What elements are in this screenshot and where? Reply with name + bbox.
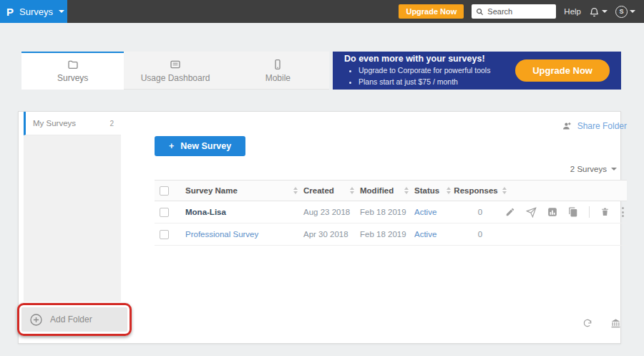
restore-icon[interactable] bbox=[582, 318, 593, 329]
column-header-responses[interactable]: Responses bbox=[455, 186, 505, 195]
table-header-row: Survey Name Created Modified Status Resp… bbox=[155, 181, 627, 201]
column-header-modified[interactable]: Modified bbox=[360, 186, 414, 195]
column-header-status[interactable]: Status bbox=[414, 186, 455, 195]
tab-label: Usage Dashboard bbox=[141, 73, 210, 83]
created-cell: Aug 23 2018 bbox=[303, 208, 360, 216]
survey-count-label: 2 Surveys bbox=[570, 165, 607, 173]
modified-date: Feb 18 2019 bbox=[360, 208, 406, 216]
responses-count: 0 bbox=[478, 208, 482, 216]
survey-name-link[interactable]: Mona-Lisa bbox=[185, 208, 226, 216]
share-folder-row: Share Folder bbox=[155, 112, 627, 136]
edit-icon[interactable] bbox=[505, 207, 515, 217]
plus-icon: + bbox=[169, 141, 174, 151]
plus-circle-icon bbox=[29, 313, 43, 327]
survey-count-dropdown[interactable]: 2 Surveys bbox=[155, 165, 617, 173]
divider bbox=[589, 206, 590, 218]
row-select-cell bbox=[155, 230, 185, 239]
tab-usage-dashboard[interactable]: Usage Dashboard bbox=[124, 52, 226, 90]
search-input[interactable] bbox=[487, 7, 552, 16]
surveys-table: Survey Name Created Modified Status Resp… bbox=[155, 180, 627, 246]
folder-list-area bbox=[24, 135, 121, 302]
modified-date: Feb 18 2019 bbox=[360, 230, 406, 239]
survey-name-cell: Professional Survey bbox=[185, 230, 303, 239]
table-row: Mona-Lisa Aug 23 2018 Feb 18 2019 Active… bbox=[155, 201, 627, 223]
tab-label: Surveys bbox=[57, 73, 88, 83]
column-label: Survey Name bbox=[185, 186, 238, 195]
created-cell: Apr 30 2018 bbox=[303, 230, 360, 239]
created-date: Apr 30 2018 bbox=[303, 230, 348, 239]
column-label: Status bbox=[414, 186, 439, 195]
column-header-created[interactable]: Created bbox=[303, 186, 360, 195]
select-all-cell bbox=[155, 186, 185, 196]
modified-cell: Feb 18 2019 bbox=[360, 230, 414, 239]
sort-icon[interactable] bbox=[447, 187, 451, 194]
chevron-down-icon bbox=[59, 10, 64, 13]
survey-name-link[interactable]: Professional Survey bbox=[185, 230, 258, 239]
help-link[interactable]: Help bbox=[564, 7, 581, 16]
survey-name-cell: Mona-Lisa bbox=[185, 208, 303, 216]
account-menu[interactable]: S bbox=[615, 6, 635, 18]
folder-count-badge: 2 bbox=[109, 120, 114, 128]
search-box[interactable] bbox=[472, 4, 556, 19]
sort-icon[interactable] bbox=[404, 187, 409, 194]
banner-bullet: Upgrade to Corporate for powerful tools bbox=[358, 65, 490, 76]
new-survey-button[interactable]: + New Survey bbox=[155, 136, 245, 156]
product-menu[interactable]: P Surveys bbox=[0, 0, 67, 23]
surveys-panel: My Surveys 2 Add Folder Share Folder + N… bbox=[18, 111, 621, 344]
upgrade-now-button[interactable]: Upgrade Now bbox=[399, 4, 464, 19]
folder-icon bbox=[67, 59, 79, 70]
column-label: Responses bbox=[454, 186, 497, 195]
tab-surveys[interactable]: Surveys bbox=[21, 52, 124, 90]
modified-cell: Feb 18 2019 bbox=[360, 208, 414, 216]
sort-icon[interactable] bbox=[502, 187, 507, 194]
status-badge: Active bbox=[414, 208, 436, 216]
status-badge: Active bbox=[414, 230, 436, 239]
responses-count: 0 bbox=[478, 230, 482, 239]
upgrade-banner: Do even more with your surveys! Upgrade … bbox=[333, 52, 621, 90]
share-folder-icon bbox=[561, 121, 572, 131]
folder-label: My Surveys bbox=[33, 119, 76, 128]
banner-title: Do even more with your surveys! bbox=[344, 54, 490, 64]
tabs-banner-row: Surveys Usage Dashboard Mobile Do even m… bbox=[21, 52, 621, 90]
table-row: Professional Survey Apr 30 2018 Feb 18 2… bbox=[155, 223, 627, 246]
more-options-icon[interactable] bbox=[620, 206, 625, 218]
chevron-down-icon bbox=[611, 168, 617, 170]
banner-text: Do even more with your surveys! Upgrade … bbox=[344, 54, 490, 87]
column-label: Modified bbox=[360, 186, 394, 195]
sort-icon[interactable] bbox=[293, 187, 298, 194]
search-icon bbox=[476, 8, 484, 16]
send-icon[interactable] bbox=[526, 207, 537, 218]
avatar: S bbox=[615, 6, 628, 18]
survey-list-area: Share Folder + New Survey 2 Surveys Surv… bbox=[139, 112, 640, 343]
archive-icon[interactable] bbox=[610, 318, 621, 329]
tab-mobile[interactable]: Mobile bbox=[227, 52, 329, 90]
created-date: Aug 23 2018 bbox=[303, 208, 350, 216]
row-actions bbox=[505, 206, 627, 218]
chevron-down-icon bbox=[630, 10, 635, 13]
banner-upgrade-button[interactable]: Upgrade Now bbox=[515, 59, 610, 82]
add-folder-button[interactable]: Add Folder bbox=[21, 307, 127, 332]
topbar-right-cluster: Upgrade Now Help S bbox=[399, 0, 644, 23]
status-cell: Active bbox=[414, 230, 455, 239]
bell-icon bbox=[589, 6, 600, 17]
dashboard-icon bbox=[169, 59, 182, 70]
column-header-survey-name[interactable]: Survey Name bbox=[185, 186, 303, 195]
logo: P bbox=[6, 6, 14, 18]
chevron-down-icon bbox=[602, 10, 608, 13]
folders-sidebar: My Surveys 2 Add Folder bbox=[19, 112, 139, 343]
share-folder-link[interactable]: Share Folder bbox=[577, 121, 627, 131]
sort-icon[interactable] bbox=[350, 187, 354, 194]
delete-icon[interactable] bbox=[600, 207, 610, 217]
new-survey-label: New Survey bbox=[180, 141, 231, 151]
row-checkbox[interactable] bbox=[160, 208, 169, 217]
copy-icon[interactable] bbox=[568, 207, 578, 217]
report-icon[interactable] bbox=[547, 207, 557, 217]
sidebar-item-my-surveys[interactable]: My Surveys 2 bbox=[24, 112, 121, 135]
annotation-highlight: Add Folder bbox=[17, 303, 132, 336]
row-checkbox[interactable] bbox=[160, 230, 169, 239]
select-all-checkbox[interactable] bbox=[160, 186, 169, 196]
tab-strip: Surveys Usage Dashboard Mobile bbox=[21, 52, 329, 90]
notifications-menu[interactable] bbox=[589, 6, 608, 17]
responses-cell: 0 bbox=[455, 208, 505, 216]
banner-bullet-list: Upgrade to Corporate for powerful tools … bbox=[344, 65, 490, 87]
